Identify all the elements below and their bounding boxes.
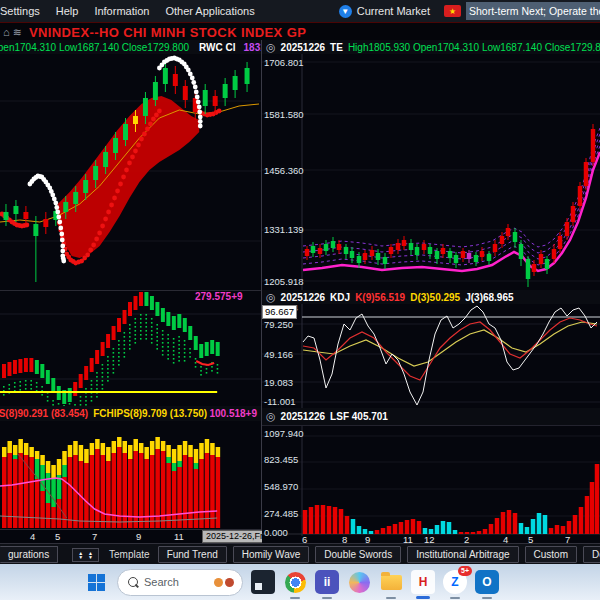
search-icon [128, 577, 138, 587]
menu-information[interactable]: Information [90, 5, 161, 17]
y-tick: 49.166 [264, 350, 293, 360]
y-tick: 1097.940 [264, 429, 304, 439]
right-top-date: 20251226 [281, 42, 326, 53]
notebook-app-icon[interactable] [251, 570, 275, 594]
layers-icon[interactable]: ≋ [13, 26, 22, 39]
notification-badge: 5+ [458, 566, 472, 576]
target-icon[interactable]: ◎ [266, 41, 276, 54]
kdj-d-value: D(3)50.295 [410, 292, 460, 303]
right-monthly-candle-chart[interactable] [262, 54, 600, 290]
fchips-indicator-text: FCHIPS(8)9.709 (13.750) [93, 408, 207, 419]
search-doodle-icon [214, 578, 234, 587]
left-bottom-header: PS(8)90.291 (83.454) FCHIPS(8)9.709 (13.… [0, 406, 261, 422]
outlook-icon[interactable]: O [475, 570, 499, 594]
kdj-line-chart[interactable] [262, 304, 600, 408]
left-mid-value: 279.575+9 [195, 291, 243, 302]
right-top-label: TE [330, 42, 343, 53]
default-button[interactable]: Default [583, 546, 600, 563]
zalo-icon[interactable]: Z5+ [443, 570, 467, 594]
kdj-label: KDJ [330, 292, 350, 303]
y-tick: 823.455 [264, 455, 298, 465]
template-label: Template [109, 549, 150, 560]
y-tick: 1331.139 [264, 225, 304, 235]
y-tick: 1581.580 [264, 110, 304, 120]
y-tick: 1706.801 [264, 58, 304, 68]
lsf-header: ◎ 20251226 LSF 405.701 [262, 408, 600, 426]
right-top-ohlc: High1805.930 Open1704.310 Low1687.140 Cl… [348, 42, 600, 53]
left-wave-indicator-chart[interactable] [0, 290, 261, 407]
symbol-title-bar: ⌂ ≋ VNINDEX--HO CHI MINH STOCK INDEX GP [0, 22, 600, 41]
vietnam-flag-icon[interactable]: ★ [444, 5, 461, 17]
homily-wave-button[interactable]: Homily Wave [233, 546, 310, 563]
menu-help[interactable]: Help [52, 5, 91, 17]
lsf-bar-chart[interactable] [262, 426, 600, 538]
lsf-date: 20251226 [281, 411, 326, 422]
menu-other-applications[interactable]: Other Applications [161, 5, 266, 17]
menu-bar: Settings Help Information Other Applicat… [0, 0, 600, 22]
right-top-header: ◎ 20251226 TE High1805.930 Open1704.310 … [262, 40, 600, 55]
y-tick: 19.083 [264, 378, 293, 388]
double-swords-button[interactable]: Double Swords [315, 546, 401, 563]
y-tick: 274.485 [264, 509, 298, 519]
pane-scroll-buttons[interactable]: ▲▼ ▲▼ [72, 548, 99, 562]
left-top-header: Open1704.310 Low1687.140 Close1729.800 R… [0, 40, 261, 55]
y-tick: 1456.360 [264, 166, 304, 176]
page-title: VNINDEX--HO CHI MINH STOCK INDEX GP [29, 25, 306, 40]
teams-icon[interactable]: ii [315, 570, 339, 594]
current-market-label[interactable]: Current Market [357, 5, 430, 17]
kdj-date: 20251226 [281, 292, 326, 303]
left-bottom-value: 100.518+9 [209, 408, 257, 419]
trading-app-window: Settings Help Information Other Applicat… [0, 0, 600, 600]
y-tick: -11.001 [264, 397, 296, 407]
configurations-button[interactable]: gurations [0, 546, 58, 563]
date-box[interactable]: 2025-12-26,Fri [202, 530, 269, 543]
scroll-arrows-icon[interactable]: ▲▼ [78, 551, 83, 559]
y-tick: 79.250 [264, 320, 293, 330]
custom-button[interactable]: Custom [525, 546, 577, 563]
y-tick: 1205.918 [264, 277, 304, 287]
chrome-icon[interactable] [283, 570, 307, 594]
scroll-arrows-icon[interactable]: ▲▼ [88, 551, 93, 559]
taskbar-search[interactable]: Search [117, 569, 243, 596]
window-icon[interactable]: ⌂ [3, 26, 10, 38]
left-ohlc-text: Open1704.310 Low1687.140 Close1729.800 [0, 42, 189, 53]
left-main-candle-chart[interactable] [0, 54, 261, 290]
fund-trend-button[interactable]: Fund Trend [158, 546, 227, 563]
x-tick: 4 [30, 531, 35, 542]
y-tick: 548.970 [264, 482, 298, 492]
kdj-scale-box: 96.667 [262, 305, 297, 319]
windows-taskbar: Search ii H Z5+ O [0, 564, 600, 600]
x-tick: 11 [174, 531, 184, 542]
left-top-value: 1831.168+9 [244, 42, 261, 53]
x-tick: 9 [136, 531, 141, 542]
kdj-j-value: J(3)68.965 [465, 292, 513, 303]
news-ticker[interactable]: Short-term Next; Operate the Fa [466, 2, 600, 20]
left-chips-bar-chart[interactable] [0, 421, 261, 529]
current-market-icon[interactable]: ▼ [339, 5, 352, 18]
x-tick: 5 [55, 531, 60, 542]
menu-settings[interactable]: Settings [0, 5, 52, 17]
target-icon[interactable]: ◎ [266, 410, 276, 423]
institutional-arbitrage-button[interactable]: Institutional Arbitrage [407, 546, 518, 563]
left-x-axis: 4 5 7 9 11 2025-12-26,Fri [0, 529, 261, 544]
search-placeholder: Search [144, 576, 179, 588]
right-x-axis: 6 8 9 11 12 2 4 5 7 [262, 536, 600, 543]
copilot-icon[interactable] [347, 570, 371, 594]
bottom-toolbar: gurations ▲▼ ▲▼ Template Fund Trend Homi… [0, 543, 600, 565]
stock-app-icon[interactable]: H [411, 570, 435, 594]
ps-indicator-text: PS(8)90.291 (83.454) [0, 408, 88, 419]
x-tick: 7 [92, 531, 97, 542]
left-indicator-label: RWC CI [199, 42, 235, 53]
start-button[interactable] [88, 574, 105, 591]
kdj-header: ◎ 20251226 KDJ K(9)56.519 D(3)50.295 J(3… [262, 290, 600, 305]
file-explorer-icon[interactable] [379, 570, 403, 594]
lsf-label: LSF 405.701 [330, 411, 388, 422]
kdj-k-value: K(9)56.519 [355, 292, 405, 303]
